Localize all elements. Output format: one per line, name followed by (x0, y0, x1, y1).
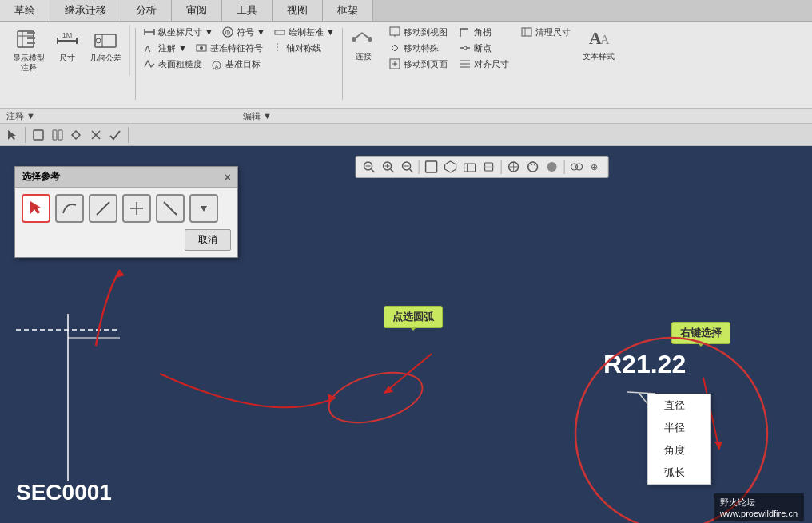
view-reflect-btn[interactable] (568, 158, 586, 176)
svg-marker-82 (384, 386, 393, 394)
svg-marker-80 (115, 270, 125, 278)
svg-line-54 (391, 169, 394, 172)
view-zoom-fit-btn[interactable] (360, 158, 377, 176)
geo-tolerance-btn[interactable]: 几何公差 (86, 26, 125, 65)
view-wire-btn[interactable] (505, 158, 523, 176)
move-page-btn[interactable]: 移动到页面 (386, 57, 450, 71)
context-menu-arclength[interactable]: 弧长 (648, 462, 710, 484)
display-model-icon (16, 28, 42, 53)
tab-shencha[interactable]: 审阅 (172, 0, 222, 21)
dialog-close-btn[interactable]: × (225, 171, 231, 184)
tab-kuangjia[interactable]: 框架 (323, 0, 373, 21)
size-btn[interactable]: 1M 尺寸 (51, 26, 83, 65)
view-box-btn[interactable] (423, 158, 440, 176)
display-model-btn[interactable]: 显示模型 注释 (10, 26, 48, 74)
edit-small-group3: 清理尺寸 (518, 25, 573, 71)
svg-rect-62 (464, 164, 476, 172)
connect-btn[interactable]: 连接 (348, 25, 380, 71)
clean-dim-btn[interactable]: 清理尺寸 (518, 25, 573, 39)
toolbar-select4-btn[interactable] (68, 126, 86, 144)
geo-tolerance-icon (93, 28, 118, 53)
move-view-btn[interactable]: 移动到视图 (386, 25, 450, 39)
toolbar-select2-btn[interactable] (30, 126, 47, 144)
toolbar-select-btn[interactable] (3, 126, 21, 144)
view-more-btn[interactable]: ⊕ (587, 158, 605, 176)
toolbar-close-btn[interactable] (87, 126, 105, 144)
datum-feat-btn[interactable]: 基准特征符号 (193, 41, 265, 55)
tab-gongju[interactable]: 工具 (222, 0, 273, 21)
callout-right-click-text: 右键选择 (680, 327, 722, 339)
edit-row1: 连接 移动到视图 移动特殊 (348, 25, 618, 71)
edit-section-label: 编辑 ▼ (243, 110, 272, 122)
dialog-icon-select[interactable] (22, 194, 50, 223)
note-btn[interactable]: A 注解 ▼ (141, 41, 189, 55)
svg-point-70 (547, 162, 557, 172)
dialog-icon-line[interactable] (89, 194, 117, 223)
context-menu-angle[interactable]: 角度 (648, 439, 710, 462)
svg-point-77 (324, 363, 428, 431)
view-hidden-btn[interactable] (524, 158, 542, 176)
dialog-icon-point[interactable] (122, 194, 151, 223)
symbol-btn[interactable]: Ф 符号 ▼ (219, 25, 268, 39)
dialog-title-text: 选择参考 (22, 170, 60, 184)
svg-text:Ф: Ф (225, 29, 231, 37)
connect-label: 连接 (356, 52, 372, 61)
draw-datum-btn[interactable]: 绘制基准 ▼ (271, 25, 337, 39)
context-menu-diameter[interactable]: 直径 (648, 394, 710, 417)
dialog-icon-curve[interactable] (55, 194, 84, 223)
svg-rect-4 (27, 37, 35, 39)
dialog-icon-angle[interactable] (156, 194, 185, 223)
corner-icon (459, 26, 472, 38)
corner-btn[interactable]: 角拐 (456, 25, 511, 39)
tab-jicheng[interactable]: 继承迁移 (50, 0, 121, 21)
view-orient-btn[interactable] (461, 158, 479, 176)
roughness-btn[interactable]: 表面粗糙度 (141, 57, 205, 71)
datum-target-btn[interactable]: A 基准目标 (208, 57, 263, 71)
watermark: 野火论坛 www.proewildfire.cn (714, 493, 804, 521)
text-style-btn[interactable]: A A 文本样式 (579, 25, 618, 71)
tab-fenxi[interactable]: 分析 (121, 0, 172, 21)
tab-shitu[interactable]: 视图 (273, 0, 323, 21)
view-full-btn[interactable] (480, 158, 498, 176)
view-shaded-btn[interactable] (543, 158, 561, 176)
svg-text:1M: 1M (62, 31, 73, 39)
svg-point-12 (96, 38, 101, 43)
break-btn[interactable]: 断点 (456, 41, 511, 55)
svg-point-21 (200, 46, 203, 50)
annotations-section-label: 注释 ▼ (6, 110, 35, 122)
size-label: 尺寸 (59, 53, 75, 63)
callout-arc: 点选圆弧 (384, 306, 443, 328)
ribbon-label-row: 注释 ▼ 编辑 ▼ (0, 109, 812, 124)
annotations-row2: A 注解 ▼ 基准特征符号 轴对称线 (141, 41, 337, 55)
view-zoom-out-btn[interactable] (398, 158, 416, 176)
callout-arc-text: 点选圆弧 (392, 311, 434, 323)
dialog-title: 选择参考 × (15, 167, 237, 188)
toolbar-sep1 (25, 127, 26, 143)
tab-caogao[interactable]: 草绘 (0, 0, 50, 21)
dialog-body: 取消 (15, 188, 237, 257)
toolbar-select3-btn[interactable] (49, 126, 66, 144)
move-special-btn[interactable]: 移动特殊 (386, 41, 450, 55)
svg-line-58 (410, 169, 413, 172)
svg-point-36 (464, 46, 467, 50)
tab-bar: 草绘 继承迁移 分析 审阅 工具 视图 框架 (0, 0, 812, 22)
view-3d-btn[interactable] (442, 158, 460, 176)
cancel-button[interactable]: 取消 (185, 229, 231, 251)
axis-sym-btn[interactable]: 轴对称线 (269, 41, 324, 55)
view-zoom-in-btn[interactable] (379, 158, 396, 176)
callout-right-click: 右键选择 (671, 322, 730, 344)
context-menu-radius[interactable]: 半径 (648, 417, 710, 439)
svg-line-81 (384, 354, 432, 394)
axis-sym-icon (271, 42, 284, 54)
dialog-icon-row (22, 194, 231, 223)
datum-target-icon: A (210, 57, 223, 70)
dialog-icon-more[interactable] (189, 194, 218, 223)
toolbar-check-btn[interactable] (106, 126, 124, 144)
vertical-dim-btn[interactable]: 纵坐标尺寸 ▼ (141, 25, 216, 39)
svg-marker-85 (328, 394, 336, 403)
align-dim-btn[interactable]: 对齐尺寸 (456, 57, 511, 71)
ribbon-group-display: 显示模型 注释 1M 尺寸 (5, 25, 130, 76)
svg-marker-84 (714, 442, 722, 450)
svg-marker-61 (445, 161, 456, 172)
svg-text:⊕: ⊕ (591, 162, 598, 172)
